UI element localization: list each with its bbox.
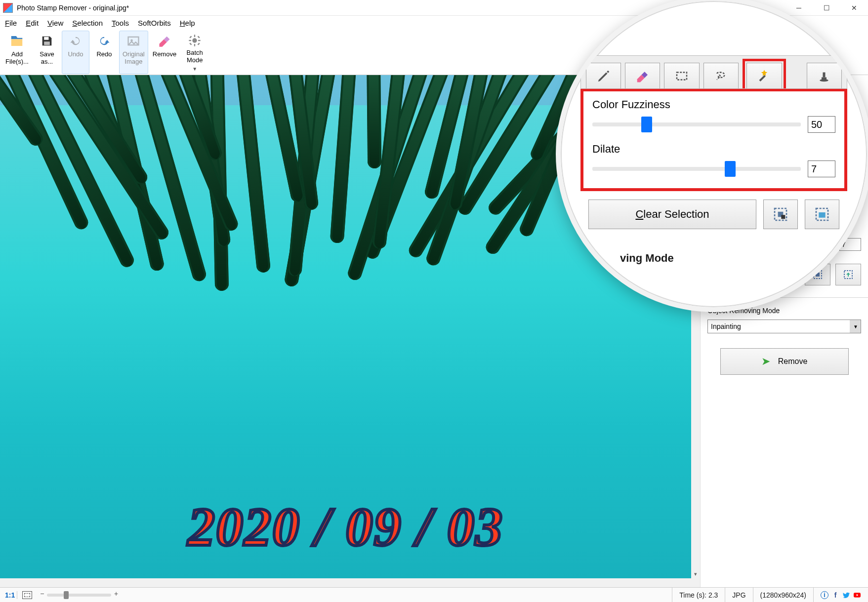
menu-selection[interactable]: Selection (72, 19, 103, 27)
chevron-down-icon: ▼ (192, 66, 197, 72)
load-selection-button[interactable] (835, 264, 861, 285)
color-fuzziness-label: Color Fuzziness (592, 98, 835, 111)
toolbar-label: Save (40, 51, 54, 58)
svg-rect-12 (198, 36, 200, 38)
redo-icon (96, 33, 112, 49)
minimize-button[interactable]: ─ (785, 0, 813, 15)
save-icon (39, 33, 55, 49)
status-time: Time (s): 2.3 (672, 588, 725, 602)
tab-rect-select[interactable] (664, 63, 699, 88)
toolbar-label: File(s)... (5, 58, 29, 66)
svg-rect-11 (190, 42, 192, 45)
svg-rect-9 (190, 36, 192, 38)
svg-rect-0 (44, 37, 48, 40)
eraser-icon (157, 33, 172, 49)
scroll-corner (691, 578, 700, 587)
horizontal-scrollbar[interactable] (0, 578, 691, 587)
svg-point-4 (193, 38, 197, 42)
tab-pencil[interactable] (586, 63, 621, 88)
youtube-icon[interactable] (853, 591, 861, 599)
window-controls: ─ ☐ ✕ (785, 0, 868, 15)
menu-softorbits[interactable]: SoftOrbits (138, 19, 171, 27)
menu-tools[interactable]: Tools (112, 19, 129, 27)
add-files-button[interactable]: Add File(s)... (2, 31, 32, 74)
close-button[interactable]: ✕ (840, 0, 868, 15)
tab-magic-wand[interactable] (746, 63, 782, 88)
undo-button[interactable]: Undo (62, 31, 89, 74)
menu-view[interactable]: View (47, 19, 63, 27)
color-fuzziness-value[interactable] (808, 116, 835, 133)
arrow-right-icon: ➤ (761, 355, 770, 368)
palm-leaf (235, 75, 271, 273)
remove-button[interactable]: Remove (149, 31, 180, 74)
callout-panel: Color Fuzziness Dilate (580, 89, 847, 191)
status-bar: 1:1 Time (s): 2.3 JPG (1280x960x24) i f (0, 587, 868, 602)
twitter-icon[interactable] (842, 591, 850, 599)
remove-button-label: Remove (778, 357, 808, 366)
svg-rect-10 (198, 42, 200, 45)
svg-point-17 (820, 79, 829, 81)
svg-rect-16 (759, 75, 765, 81)
zoom-slider[interactable] (47, 594, 111, 597)
undo-icon (68, 33, 83, 49)
callout-tool-tabs (580, 55, 847, 89)
status-dimensions: (1280x960x24) (753, 588, 813, 602)
menu-file[interactable]: File (5, 19, 17, 27)
dilate-value[interactable] (808, 161, 835, 177)
original-image-button[interactable]: Original Image (119, 31, 148, 74)
load-selection-button-large[interactable] (805, 200, 839, 229)
facebook-icon[interactable]: f (831, 591, 839, 599)
svg-rect-15 (677, 72, 687, 80)
save-as-button[interactable]: Save as... (33, 31, 61, 74)
menu-help[interactable]: Help (180, 19, 195, 27)
svg-rect-6 (194, 44, 195, 46)
gear-icon (187, 33, 203, 47)
dilate-slider[interactable] (592, 167, 801, 171)
toolbar-label: Image (124, 58, 142, 66)
dilate-label: Dilate (592, 143, 835, 156)
image-date-stamp: 2020 / 09 / 03 (188, 496, 503, 559)
color-fuzziness-slider[interactable] (592, 122, 801, 126)
toolbar-label: Add (11, 51, 23, 58)
info-icon[interactable]: i (821, 591, 828, 599)
palm-leaf (330, 75, 357, 243)
save-selection-button-large[interactable] (763, 200, 798, 229)
callout-buttons: Clear Selection (588, 200, 839, 229)
app-icon (3, 3, 13, 13)
toolbar-label: Redo (96, 51, 112, 58)
svg-rect-1 (44, 41, 50, 45)
status-format: JPG (725, 588, 752, 602)
tab-clone-stamp[interactable] (807, 63, 842, 88)
toolbar-label: Original (123, 51, 145, 58)
toolbar-label: Remove (153, 51, 176, 58)
svg-rect-8 (198, 40, 201, 40)
svg-rect-5 (194, 35, 195, 37)
svg-rect-7 (189, 40, 192, 40)
toolbar-label: Batch (187, 49, 203, 57)
tab-lasso-select[interactable] (703, 63, 739, 88)
batch-mode-button[interactable]: Batch Mode ▼ (181, 31, 208, 74)
fit-to-screen-button[interactable] (22, 591, 32, 599)
toolbar-label: Mode (187, 57, 203, 64)
clear-selection-button[interactable]: Clear Selection (588, 200, 756, 229)
callout-mode-label-partial: ving Mode (620, 252, 674, 265)
maximize-button[interactable]: ☐ (813, 0, 840, 15)
palm-leaf (367, 75, 381, 168)
menu-edit[interactable]: Edit (26, 19, 39, 27)
panel-remove-button[interactable]: ➤ Remove (720, 348, 849, 375)
status-social: i f (813, 588, 868, 602)
tab-magic-wand-highlight (743, 59, 786, 88)
add-files-icon (9, 33, 25, 49)
zoom-1to1-button[interactable]: 1:1 (3, 591, 17, 599)
mode-select[interactable] (707, 320, 861, 333)
scroll-down-icon[interactable]: ▾ (691, 569, 700, 578)
tab-eraser[interactable] (625, 63, 660, 88)
toolbar-label: as... (41, 58, 53, 66)
redo-button[interactable]: Redo (90, 31, 118, 74)
toolbar-label: Undo (68, 51, 83, 58)
magnifier-callout: Color Fuzziness Dilate Clear Selection v… (556, 0, 868, 312)
original-image-icon (125, 33, 141, 49)
